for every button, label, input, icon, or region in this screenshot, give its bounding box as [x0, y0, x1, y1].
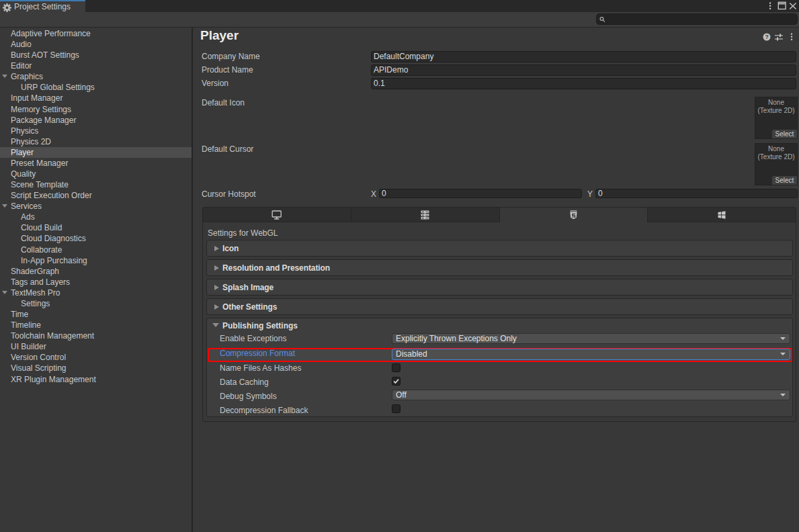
svg-text:?: ?: [765, 34, 768, 40]
